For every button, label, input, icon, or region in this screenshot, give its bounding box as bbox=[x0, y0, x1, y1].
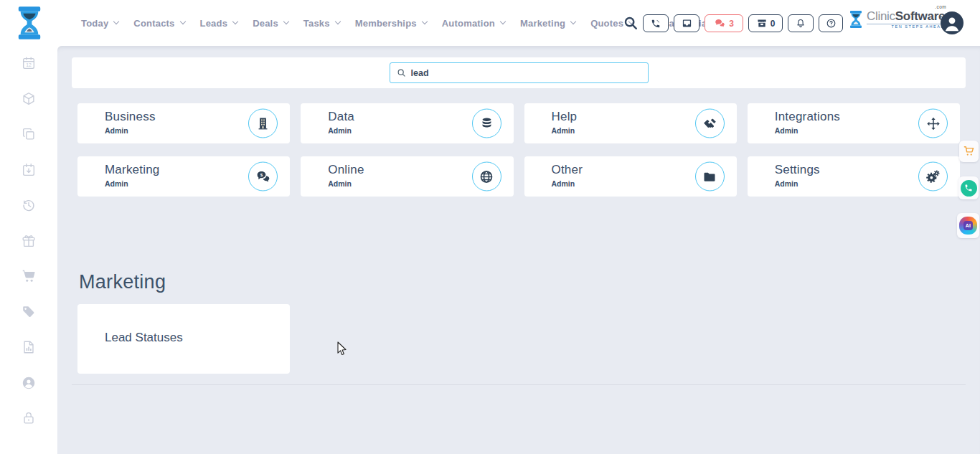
bell-icon bbox=[796, 18, 806, 29]
inbox-button[interactable] bbox=[674, 14, 699, 32]
search-icon[interactable] bbox=[623, 15, 639, 31]
nav-label: Contacts bbox=[133, 18, 174, 29]
nav-label: Deals bbox=[253, 18, 278, 29]
chevron-down-icon bbox=[570, 19, 576, 24]
nav-label: Today bbox=[81, 18, 108, 29]
notifications-button[interactable] bbox=[788, 14, 814, 32]
chat-count-badge: 3 bbox=[729, 19, 734, 29]
brand-name-software: Software bbox=[895, 9, 945, 23]
phone-icon bbox=[651, 19, 661, 29]
card-subtitle: Admin bbox=[105, 126, 128, 135]
svg-text:$: $ bbox=[260, 171, 263, 176]
top-header: Today Contacts Leads Deals Tasks Members… bbox=[0, 0, 980, 46]
clinicsoftware-hourglass-logo[interactable] bbox=[16, 6, 43, 40]
cube-icon[interactable] bbox=[21, 91, 37, 107]
phone-icon bbox=[961, 180, 977, 197]
phone-button[interactable] bbox=[643, 14, 669, 32]
nav-today[interactable]: Today bbox=[81, 18, 118, 29]
card-title: Marketing bbox=[105, 163, 159, 177]
floating-cart-button[interactable] bbox=[959, 141, 979, 162]
card-title: Data bbox=[328, 110, 354, 124]
folder-icon bbox=[695, 162, 725, 191]
main-content: Business Admin Data Admin Help Admin bbox=[57, 46, 980, 454]
globe-icon bbox=[472, 162, 501, 191]
app-window: Today Contacts Leads Deals Tasks Members… bbox=[0, 0, 980, 454]
floating-ai-button[interactable]: AI bbox=[957, 213, 979, 238]
card-integrations-admin[interactable]: Integrations Admin bbox=[748, 103, 960, 143]
svg-text:12: 12 bbox=[26, 62, 32, 67]
brand-wordmark: ClinicSoftware .com TEN STEPS AHEAD bbox=[867, 10, 945, 29]
chevron-down-icon bbox=[113, 19, 119, 24]
chat-bubbles-icon bbox=[714, 18, 726, 29]
card-subtitle: Admin bbox=[105, 179, 128, 188]
floating-phone-button[interactable] bbox=[958, 176, 979, 199]
gift-icon[interactable] bbox=[21, 233, 37, 249]
card-help-admin[interactable]: Help Admin bbox=[524, 103, 737, 143]
left-sidebar: 12 bbox=[0, 46, 57, 454]
gears-icon bbox=[918, 162, 948, 191]
brand-tagline: TEN STEPS AHEAD bbox=[867, 24, 945, 29]
lead-statuses-card[interactable]: Lead Statuses bbox=[77, 304, 290, 374]
history-icon[interactable] bbox=[21, 197, 37, 213]
card-title: Business bbox=[105, 110, 156, 124]
chevron-down-icon bbox=[232, 19, 238, 24]
copy-icon[interactable] bbox=[21, 126, 37, 142]
question-circle-icon bbox=[826, 18, 837, 29]
nav-contacts[interactable]: Contacts bbox=[133, 18, 184, 29]
nav-tasks[interactable]: Tasks bbox=[303, 18, 340, 29]
ai-label: AI bbox=[963, 221, 973, 230]
cart-icon bbox=[962, 144, 976, 159]
section-divider bbox=[72, 384, 966, 385]
chevron-down-icon bbox=[422, 19, 428, 24]
nav-automation[interactable]: Automation bbox=[442, 18, 505, 29]
main-nav: Today Contacts Leads Deals Tasks Members… bbox=[81, 0, 707, 46]
nav-deals[interactable]: Deals bbox=[253, 18, 288, 29]
nav-marketing[interactable]: Marketing bbox=[520, 18, 575, 29]
tag-icon[interactable] bbox=[21, 304, 37, 320]
nav-label: Leads bbox=[200, 18, 228, 29]
search-icon bbox=[397, 68, 406, 77]
database-icon bbox=[472, 109, 501, 138]
lead-statuses-label: Lead Statuses bbox=[105, 331, 183, 345]
card-title: Settings bbox=[775, 163, 820, 177]
card-settings-admin[interactable]: Settings Admin bbox=[748, 156, 960, 197]
card-data-admin[interactable]: Data Admin bbox=[301, 103, 513, 143]
chevron-down-icon bbox=[283, 19, 289, 24]
calendar-12-icon[interactable]: 12 bbox=[21, 55, 37, 71]
calendar-import-icon[interactable] bbox=[21, 162, 37, 178]
card-business-admin[interactable]: Business Admin bbox=[77, 103, 290, 143]
ai-icon: AI bbox=[959, 217, 977, 235]
lock-icon[interactable] bbox=[21, 410, 37, 426]
help-button[interactable] bbox=[819, 14, 843, 32]
card-online-admin[interactable]: Online Admin bbox=[301, 156, 513, 197]
card-subtitle: Admin bbox=[775, 179, 798, 188]
clinicsoftware-brand-logo[interactable]: ClinicSoftware .com TEN STEPS AHEAD bbox=[849, 10, 945, 29]
chevron-down-icon bbox=[179, 19, 185, 24]
card-marketing-admin[interactable]: Marketing Admin $ bbox=[77, 156, 290, 197]
card-subtitle: Admin bbox=[328, 126, 352, 135]
brand-tld: .com bbox=[935, 5, 946, 10]
user-circle-icon[interactable] bbox=[21, 375, 37, 391]
card-subtitle: Admin bbox=[328, 179, 352, 188]
nav-label: Memberships bbox=[355, 18, 417, 29]
handshake-icon bbox=[695, 109, 725, 138]
person-icon bbox=[941, 11, 963, 34]
building-icon bbox=[248, 109, 278, 138]
cart-icon[interactable] bbox=[21, 268, 37, 284]
chat-button[interactable]: 3 bbox=[705, 14, 743, 32]
card-other-admin[interactable]: Other Admin bbox=[524, 156, 737, 197]
user-avatar[interactable] bbox=[941, 11, 963, 34]
store-icon bbox=[756, 18, 768, 29]
nav-memberships[interactable]: Memberships bbox=[355, 18, 427, 29]
nav-leads[interactable]: Leads bbox=[200, 18, 238, 29]
search-box[interactable] bbox=[390, 62, 649, 83]
card-title: Integrations bbox=[775, 110, 840, 124]
hourglass-small-icon bbox=[849, 10, 863, 29]
chevron-down-icon bbox=[334, 19, 340, 24]
report-icon[interactable] bbox=[21, 339, 37, 355]
search-input[interactable] bbox=[411, 68, 648, 78]
card-subtitle: Admin bbox=[552, 126, 575, 135]
store-button[interactable]: 0 bbox=[748, 14, 783, 32]
nav-label: Automation bbox=[442, 18, 495, 29]
search-card bbox=[72, 57, 966, 88]
